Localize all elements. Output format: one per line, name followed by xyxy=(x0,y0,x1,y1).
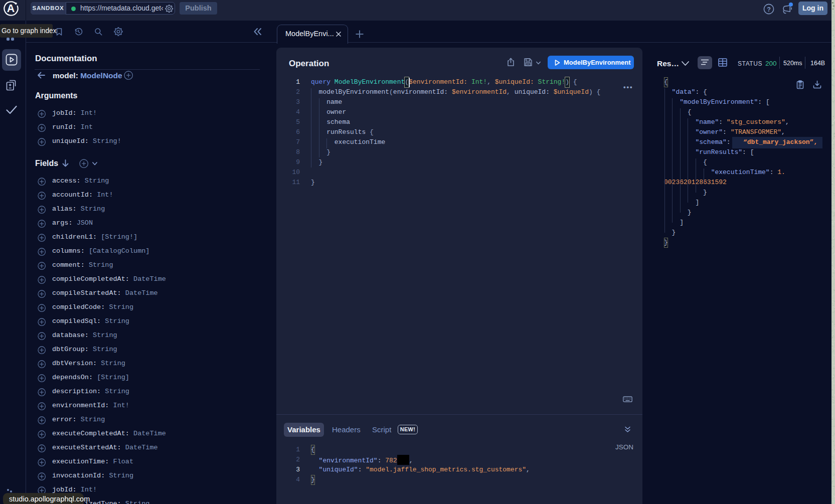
svg-text:?: ? xyxy=(767,6,771,13)
svg-text:A: A xyxy=(7,3,15,15)
